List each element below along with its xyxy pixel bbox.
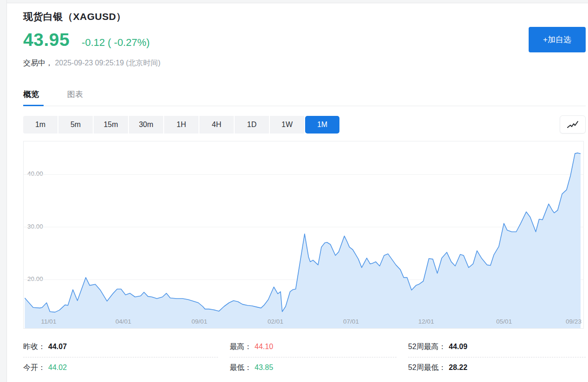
stat-label: 最高： — [230, 342, 252, 352]
timeframe-button-1M[interactable]: 1M — [305, 116, 339, 134]
stat-label: 52周最低： — [408, 363, 446, 373]
add-watchlist-button[interactable]: +加自选 — [529, 27, 586, 52]
timeframe-button-1H[interactable]: 1H — [164, 116, 198, 134]
left-edge-rail — [0, 0, 7, 382]
trading-status: 交易中， 2025-09-23 09:25:19 (北京时间) — [23, 58, 160, 68]
active-tab-underline — [23, 105, 44, 106]
timeframe-button-1m[interactable]: 1m — [23, 116, 58, 134]
stat-value: 44.09 — [449, 343, 467, 351]
timeframe-button-30m[interactable]: 30m — [129, 116, 163, 134]
stat-row: 52周最低：28.22 — [408, 357, 586, 378]
last-price: 43.95 — [23, 30, 70, 50]
timeframe-button-1W[interactable]: 1W — [270, 116, 304, 134]
timeframe-bar: 1m5m15m30m1H4H1D1W1M — [23, 116, 339, 134]
stat-row: 今开：44.02 — [23, 357, 218, 378]
stat-value: 44.07 — [48, 343, 67, 351]
timeframe-button-1D[interactable]: 1D — [235, 116, 269, 134]
quote-page: 现货白银（XAGUSD） 43.95 -0.12 ( -0.27%) 交易中， … — [0, 0, 588, 382]
x-axis-label: 02/01 — [268, 318, 283, 325]
stats-column: 昨收：44.07今开：44.02 — [23, 337, 218, 378]
x-axis-label: 12/01 — [418, 318, 434, 325]
top-divider-strip — [0, 0, 588, 3]
stat-label: 最低： — [230, 363, 252, 373]
timeframe-button-15m[interactable]: 15m — [94, 116, 128, 134]
x-axis-label: 05/01 — [496, 318, 512, 325]
trading-status-label: 交易中， — [23, 59, 53, 67]
price-row: 43.95 -0.12 ( -0.27%) — [23, 30, 150, 50]
price-chart[interactable]: 40.0030.0020.0010.0011/0104/0109/0102/01… — [23, 141, 584, 329]
stat-value: 43.85 — [255, 363, 273, 372]
x-axis-label: 07/01 — [343, 318, 359, 325]
stat-row: 最低：43.85 — [230, 357, 396, 378]
timeframe-button-4H[interactable]: 4H — [199, 116, 234, 134]
tab-overview[interactable]: 概览 — [23, 89, 39, 100]
stats-column: 52周最高：44.0952周最低：28.22 — [408, 337, 586, 378]
stat-value: 44.02 — [48, 363, 67, 372]
chart-style-toggle-button[interactable] — [560, 115, 586, 134]
stat-label: 52周最高： — [408, 342, 446, 352]
tab-chart[interactable]: 图表 — [67, 89, 83, 100]
tabs-divider — [23, 106, 586, 106]
x-axis-label: 04/01 — [115, 318, 131, 325]
stat-value: 44.10 — [255, 343, 273, 351]
x-axis-label: 09/01 — [192, 318, 207, 325]
quote-stats: 昨收：44.07今开：44.02最高：44.10最低：43.8552周最高：44… — [23, 337, 586, 378]
stat-row: 52周最高：44.09 — [408, 337, 586, 357]
stat-row: 最高：44.10 — [230, 337, 396, 357]
x-axis-label: 11/01 — [41, 318, 57, 325]
timeframe-button-5m[interactable]: 5m — [58, 116, 93, 134]
stat-row: 昨收：44.07 — [23, 337, 218, 357]
area-fill — [25, 153, 581, 328]
page-title: 现货白银（XAGUSD） — [23, 10, 126, 23]
trend-line-icon — [567, 121, 579, 129]
chart-plot — [24, 141, 583, 328]
stats-column: 最高：44.10最低：43.85 — [230, 337, 396, 378]
trading-status-time: 2025-09-23 09:25:19 (北京时间) — [55, 59, 160, 67]
x-axis-label: 09/23 — [566, 318, 582, 325]
price-change: -0.12 ( -0.27%) — [82, 37, 150, 49]
stat-label: 昨收： — [23, 342, 45, 352]
stat-value: 28.22 — [449, 363, 467, 372]
stat-label: 今开： — [23, 363, 45, 373]
